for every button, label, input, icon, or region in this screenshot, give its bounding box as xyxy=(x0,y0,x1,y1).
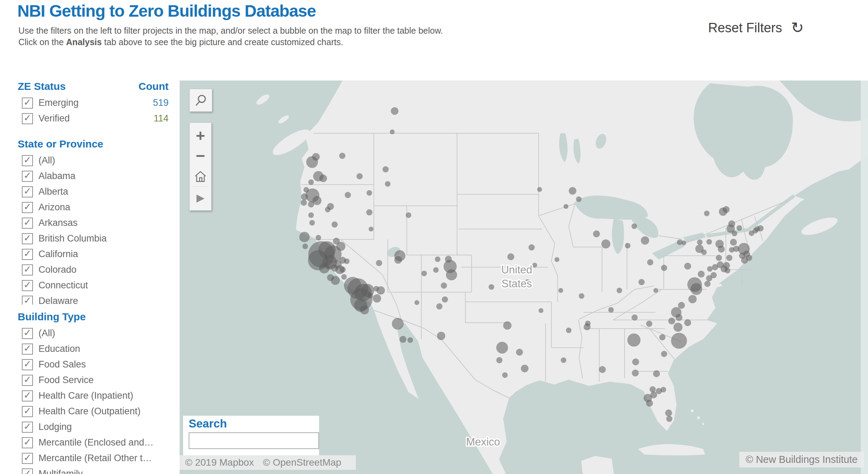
project-bubble[interactable] xyxy=(341,274,347,280)
project-bubble[interactable] xyxy=(308,212,314,218)
project-bubble[interactable] xyxy=(716,255,722,261)
project-bubble[interactable] xyxy=(632,370,639,376)
project-bubble[interactable] xyxy=(385,181,390,187)
search-input[interactable] xyxy=(189,432,319,449)
building-health-care-inpatient-checkbox[interactable]: ✓ xyxy=(22,390,33,401)
zoom-out-button[interactable]: − xyxy=(190,146,211,165)
project-bubble[interactable] xyxy=(555,257,559,262)
project-bubble[interactable] xyxy=(299,232,310,242)
project-bubble[interactable] xyxy=(308,201,314,208)
state-alberta-checkbox[interactable]: ✓ xyxy=(22,186,33,197)
project-bubble[interactable] xyxy=(496,342,508,354)
project-bubble[interactable] xyxy=(356,173,363,179)
project-bubble[interactable] xyxy=(367,190,372,196)
project-bubble[interactable] xyxy=(653,370,660,377)
project-bubble[interactable] xyxy=(301,193,308,200)
project-bubble[interactable] xyxy=(741,257,748,264)
project-bubble[interactable] xyxy=(532,263,537,268)
project-bubble[interactable] xyxy=(617,288,622,293)
zoom-in-button[interactable]: + xyxy=(190,126,211,145)
project-bubble[interactable] xyxy=(308,179,314,185)
project-bubble[interactable] xyxy=(383,166,389,172)
project-bubble[interactable] xyxy=(681,240,686,245)
project-bubble[interactable] xyxy=(688,295,697,303)
building-multifamily-checkbox[interactable]: ✓ xyxy=(22,468,33,474)
pan-mode-button[interactable]: ▶ xyxy=(190,188,211,207)
project-bubble[interactable] xyxy=(539,308,543,313)
building-mercantile-retail-other-t-checkbox[interactable]: ✓ xyxy=(22,453,33,464)
project-bubble[interactable] xyxy=(369,227,373,231)
project-bubble[interactable] xyxy=(309,220,315,226)
project-bubble[interactable] xyxy=(585,321,591,326)
project-bubble[interactable] xyxy=(537,187,542,192)
project-bubble[interactable] xyxy=(579,293,584,299)
project-bubble[interactable] xyxy=(698,271,705,278)
project-bubble[interactable] xyxy=(407,337,413,343)
project-bubble[interactable] xyxy=(666,416,672,422)
building-mercantile-enclosed-and-checkbox[interactable]: ✓ xyxy=(22,437,33,448)
project-bubble[interactable] xyxy=(638,279,645,285)
project-bubble[interactable] xyxy=(753,228,758,234)
project-bubble[interactable] xyxy=(496,357,502,363)
project-bubble[interactable] xyxy=(668,318,675,324)
project-bubble[interactable] xyxy=(376,260,382,266)
project-bubble[interactable] xyxy=(576,196,582,202)
project-bubble[interactable] xyxy=(373,286,379,291)
project-bubble[interactable] xyxy=(390,129,395,134)
project-bubble[interactable] xyxy=(678,302,685,309)
project-bubble[interactable] xyxy=(641,236,649,245)
project-bubble[interactable] xyxy=(507,253,514,260)
project-bubble[interactable] xyxy=(332,221,338,228)
state-alabama-checkbox[interactable]: ✓ xyxy=(22,171,33,182)
project-bubble[interactable] xyxy=(690,283,702,295)
project-bubble[interactable] xyxy=(569,187,576,195)
project-bubble[interactable] xyxy=(316,235,321,240)
project-bubble[interactable] xyxy=(437,332,445,340)
project-bubble[interactable] xyxy=(360,305,369,314)
project-bubble[interactable] xyxy=(706,275,712,281)
project-bubble[interactable] xyxy=(757,225,764,231)
project-bubble[interactable] xyxy=(331,276,340,285)
project-bubble[interactable] xyxy=(325,207,330,212)
map-canvas[interactable]: United States Mexico xyxy=(180,81,868,474)
project-bubble[interactable] xyxy=(593,230,600,237)
state-arizona-checkbox[interactable]: ✓ xyxy=(22,202,33,213)
building-health-care-outpatient-checkbox[interactable]: ✓ xyxy=(22,406,33,417)
project-bubble[interactable] xyxy=(732,231,737,236)
project-bubble[interactable] xyxy=(650,386,656,392)
project-bubble[interactable] xyxy=(707,266,713,272)
building-food-service-checkbox[interactable]: ✓ xyxy=(22,375,33,386)
project-bubble[interactable] xyxy=(406,212,411,218)
project-bubble[interactable] xyxy=(502,372,508,378)
project-bubble[interactable] xyxy=(712,264,718,270)
state-colorado-checkbox[interactable]: ✓ xyxy=(22,264,33,276)
project-bubble[interactable] xyxy=(665,409,672,416)
project-bubble[interactable] xyxy=(646,321,652,327)
project-bubble[interactable] xyxy=(659,334,665,340)
project-bubble[interactable] xyxy=(414,300,419,305)
project-bubble[interactable] xyxy=(647,259,653,265)
project-bubble[interactable] xyxy=(627,333,641,347)
project-bubble[interactable] xyxy=(392,318,404,330)
building-education-checkbox[interactable]: ✓ xyxy=(22,344,33,355)
project-bubble[interactable] xyxy=(521,365,528,372)
building-all-checkbox[interactable]: ✓ xyxy=(22,328,33,339)
project-bubble[interactable] xyxy=(632,358,639,365)
project-bubble[interactable] xyxy=(561,357,566,363)
project-bubble[interactable] xyxy=(489,284,494,290)
project-bubble[interactable] xyxy=(373,294,381,303)
project-bubble[interactable] xyxy=(684,263,691,270)
project-bubble[interactable] xyxy=(671,333,687,349)
map-panel[interactable]: United States Mexico + − ▶ Search © 2019… xyxy=(180,81,868,474)
project-bubble[interactable] xyxy=(608,307,614,313)
project-bubble[interactable] xyxy=(706,239,712,245)
project-bubble[interactable] xyxy=(718,246,725,253)
project-bubble[interactable] xyxy=(661,351,667,357)
ze-verified-checkbox[interactable]: ✓ xyxy=(22,113,33,124)
state-delaware-checkbox[interactable]: ✓ xyxy=(22,296,33,305)
project-bubble[interactable] xyxy=(601,239,610,248)
project-bubble[interactable] xyxy=(661,387,666,392)
project-bubble[interactable] xyxy=(368,293,373,298)
state-california-checkbox[interactable]: ✓ xyxy=(22,249,33,260)
project-bubble[interactable] xyxy=(433,267,439,273)
